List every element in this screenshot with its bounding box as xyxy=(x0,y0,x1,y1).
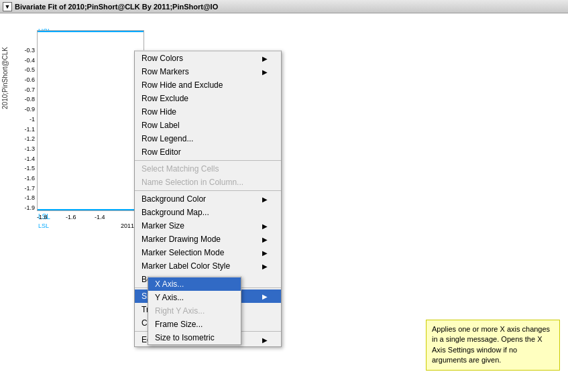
lsl-line xyxy=(38,209,144,210)
submenu-frame-size[interactable]: Frame Size... xyxy=(148,318,241,331)
usl-line xyxy=(38,31,144,32)
menu-row-legend[interactable]: Row Legend... xyxy=(135,132,281,145)
plot-area xyxy=(37,30,144,211)
menu-row-exclude[interactable]: Row Exclude xyxy=(135,92,281,105)
x-lsl-label: LSL xyxy=(38,222,49,229)
submenu-y-axis[interactable]: Y Axis... xyxy=(148,291,241,304)
submenu-x-axis[interactable]: X Axis... xyxy=(148,277,241,291)
window-title: Bivariate Fit of 2010;PinShort@CLK By 20… xyxy=(15,3,218,11)
window-icon: ▼ xyxy=(3,2,12,11)
menu-name-selection: Name Selection in Column... xyxy=(135,176,281,189)
menu-row-hide-exclude[interactable]: Row Hide and Exclude xyxy=(135,78,281,92)
menu-marker-drawing[interactable]: Marker Drawing Mode ▶ xyxy=(135,233,281,246)
menu-row-editor[interactable]: Row Editor xyxy=(135,145,281,159)
menu-row-markers[interactable]: Row Markers ▶ xyxy=(135,65,281,78)
submenu-size-isometric[interactable]: Size to Isometric xyxy=(148,331,241,344)
submenu-size-scale: X Axis... Y Axis... Right Y Axis... Fram… xyxy=(148,276,241,345)
x-axis-year: 2011 xyxy=(121,222,134,229)
menu-marker-label-color[interactable]: Marker Label Color Style ▶ xyxy=(135,259,281,273)
menu-row-colors[interactable]: Row Colors ▶ xyxy=(135,52,281,65)
menu-bg-color[interactable]: Background Color ▶ xyxy=(135,192,281,206)
separator-2 xyxy=(135,190,281,191)
chart-area: 2010;PinShort@CLK USL -0.3 -0.4 -0.5 -0.… xyxy=(0,13,568,392)
y-axis-label: 2010;PinShort@CLK xyxy=(1,47,9,109)
menu-row-label[interactable]: Row Label xyxy=(135,119,281,132)
menu-select-matching: Select Matching Cells xyxy=(135,162,281,176)
separator-1 xyxy=(135,160,281,161)
menu-marker-selection[interactable]: Marker Selection Mode ▶ xyxy=(135,246,281,259)
title-bar: ▼ Bivariate Fit of 2010;PinShort@CLK By … xyxy=(0,0,568,13)
menu-bg-map[interactable]: Background Map... xyxy=(135,206,281,219)
menu-row-hide[interactable]: Row Hide xyxy=(135,105,281,119)
submenu-right-y-axis: Right Y Axis... xyxy=(148,304,241,318)
x-tick-labels: -1.8 -1.6 -1.4 xyxy=(37,214,109,220)
y-axis-ticks: -0.3 -0.4 -0.5 -0.6 -0.7 -0.8 -0.9 -1 -1… xyxy=(20,46,35,213)
menu-marker-size[interactable]: Marker Size ▶ xyxy=(135,219,281,233)
tooltip-x-axis: Applies one or more X axis changes in a … xyxy=(426,320,560,371)
